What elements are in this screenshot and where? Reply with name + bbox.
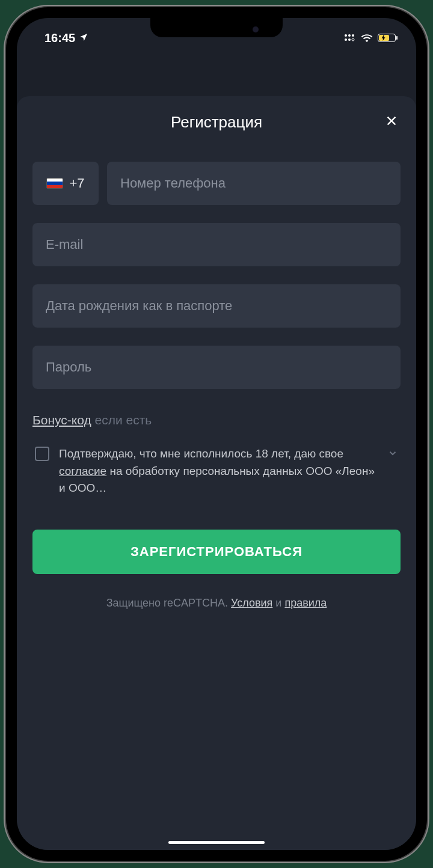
phone-screen: 16:45 bbox=[17, 18, 416, 850]
consent-row: Подтверждаю, что мне исполнилось 18 лет,… bbox=[32, 445, 401, 497]
recaptcha-terms-link[interactable]: Условия bbox=[231, 597, 272, 609]
password-placeholder: Пароль bbox=[46, 359, 91, 375]
signal-dots-icon bbox=[344, 31, 356, 45]
svg-point-0 bbox=[345, 34, 347, 37]
svg-point-3 bbox=[345, 38, 347, 41]
bonus-code-row: Бонус-код если есть bbox=[32, 413, 401, 427]
bonus-code-hint: если есть bbox=[91, 413, 152, 427]
bonus-code-link[interactable]: Бонус-код bbox=[32, 413, 91, 427]
email-placeholder: E-mail bbox=[46, 237, 83, 252]
consent-text: Подтверждаю, что мне исполнилось 18 лет,… bbox=[59, 445, 378, 497]
home-indicator[interactable] bbox=[168, 841, 265, 844]
dob-input[interactable]: Дата рождения как в паспорте bbox=[32, 284, 401, 328]
close-icon bbox=[385, 114, 398, 127]
email-input[interactable]: E-mail bbox=[32, 223, 401, 266]
phone-placeholder: Номер телефона bbox=[120, 176, 226, 191]
consent-agreement-link[interactable]: согласие bbox=[59, 465, 106, 477]
registration-sheet: Регистрация +7 Номер телефона bbox=[17, 96, 416, 850]
phone-frame: 16:45 bbox=[6, 7, 427, 861]
dob-placeholder: Дата рождения как в паспорте bbox=[46, 298, 232, 314]
recaptcha-prefix: Защищено reCAPTCHA. bbox=[106, 597, 231, 609]
recaptcha-rules-link[interactable]: правила bbox=[284, 597, 327, 609]
location-arrow-icon bbox=[79, 31, 88, 45]
svg-point-1 bbox=[348, 34, 351, 37]
close-button[interactable] bbox=[385, 114, 398, 131]
svg-point-5 bbox=[352, 38, 354, 41]
wifi-icon bbox=[361, 31, 373, 45]
register-button[interactable]: ЗАРЕГИСТРИРОВАТЬСЯ bbox=[32, 530, 401, 574]
consent-text-after: на обработку персональных данных ООО «Ле… bbox=[59, 465, 375, 495]
country-code-label: +7 bbox=[69, 176, 84, 191]
consent-checkbox[interactable] bbox=[35, 447, 49, 461]
battery-icon bbox=[378, 34, 396, 42]
svg-point-2 bbox=[352, 34, 354, 37]
status-time: 16:45 bbox=[45, 31, 75, 45]
sheet-title: Регистрация bbox=[171, 113, 262, 132]
register-button-label: ЗАРЕГИСТРИРОВАТЬСЯ bbox=[131, 544, 302, 560]
chevron-down-icon[interactable] bbox=[387, 448, 398, 462]
recaptcha-notice: Защищено reCAPTCHA. Условия и правила bbox=[32, 597, 401, 610]
password-input[interactable]: Пароль bbox=[32, 346, 401, 389]
svg-point-4 bbox=[348, 38, 351, 41]
russia-flag-icon bbox=[46, 178, 63, 189]
consent-text-before: Подтверждаю, что мне исполнилось 18 лет,… bbox=[59, 447, 343, 460]
recaptcha-and: и bbox=[272, 597, 284, 609]
sheet-header: Регистрация bbox=[32, 113, 401, 132]
phone-input[interactable]: Номер телефона bbox=[107, 162, 401, 205]
country-code-selector[interactable]: +7 bbox=[32, 162, 99, 205]
phone-notch bbox=[150, 18, 283, 37]
